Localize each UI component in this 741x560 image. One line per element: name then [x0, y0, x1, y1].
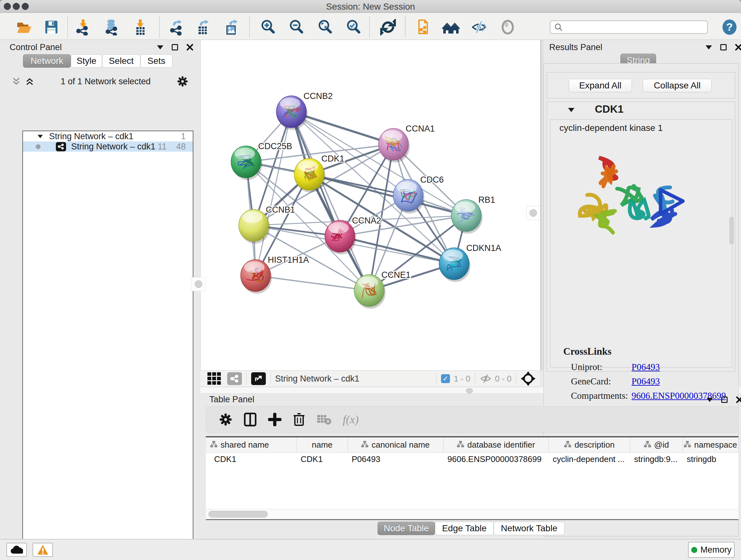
birds-eye-view-icon[interactable] [207, 372, 221, 385]
tab-node-table[interactable]: Node Table [378, 522, 435, 535]
open-in-new-window-icon[interactable] [251, 372, 266, 385]
table-cell: CDK1 [297, 453, 348, 465]
right-splitter-handle[interactable] [526, 206, 540, 220]
node-label-CDC6: CDC6 [420, 175, 444, 185]
column-header-shared-name[interactable]: shared name [206, 437, 297, 452]
delete-column-icon[interactable] [293, 413, 305, 427]
import-string-network-button[interactable] [414, 18, 432, 36]
protein-structure-image[interactable] [565, 139, 696, 265]
memory-button[interactable]: Memory [688, 542, 735, 558]
help-button[interactable]: ? [721, 18, 738, 36]
scrollbar-thumb[interactable] [208, 511, 268, 517]
main-toolbar: ? [0, 13, 741, 40]
collapse-all-chevron-icon[interactable] [11, 77, 21, 85]
panel-menu-icon[interactable] [706, 398, 713, 402]
edge-count: 48 [176, 142, 186, 152]
node-CDK1[interactable]: CDK1 [294, 154, 344, 192]
crosslink-value-link[interactable]: P06493 [631, 376, 660, 387]
table-options-gear-icon[interactable] [219, 413, 232, 426]
network-row-selected[interactable]: String Network – cdk1 11 48 [23, 141, 193, 152]
shared-column-icon [361, 440, 368, 450]
open-session-button[interactable] [15, 18, 32, 36]
add-column-icon[interactable] [268, 413, 281, 426]
tab-select[interactable]: Select [102, 54, 140, 68]
import-network-file-button[interactable] [74, 18, 92, 36]
apply-layout-button[interactable] [379, 18, 397, 36]
zoom-out-button[interactable] [287, 18, 306, 36]
string-home-button[interactable] [442, 18, 460, 36]
collapse-all-button[interactable]: Collapse All [643, 79, 712, 92]
edge-CCNA2-CDKN1A[interactable] [340, 236, 454, 264]
zoom-in-icon [260, 19, 276, 36]
crosslink-row: GeneCard:P06493 [571, 374, 731, 388]
tab-style[interactable]: Style [71, 54, 102, 68]
column-header-id[interactable]: @id [630, 437, 683, 452]
results-scrollbar-thumb[interactable] [730, 217, 734, 244]
panel-float-icon[interactable] [721, 396, 728, 403]
node-CDKN1A[interactable]: CDKN1A [439, 243, 501, 282]
entry-expander-icon[interactable] [568, 108, 575, 112]
tab-network-table[interactable]: Network Table [494, 522, 564, 535]
hide-glass-button[interactable] [470, 18, 488, 36]
node-RB1[interactable]: RB1 [451, 195, 495, 234]
network-canvas[interactable]: CCNB2CCNA1CDC25BCDK1CDC6RB1CCNB1CCNA2CDK… [200, 40, 540, 370]
tree-expander-icon[interactable] [38, 135, 43, 138]
edge-HIST1H1A-CCNE1[interactable] [256, 275, 369, 291]
column-header-name[interactable]: name [297, 437, 348, 452]
network-share-icon[interactable] [227, 372, 242, 385]
node-CCNA2[interactable]: CCNA2 [325, 216, 381, 254]
node-CCNE1[interactable]: CCNE1 [354, 270, 411, 309]
horizontal-splitter-handle[interactable] [466, 388, 473, 393]
zoom-fit-button[interactable] [316, 18, 334, 36]
tab-sets[interactable]: Sets [140, 54, 172, 68]
left-splitter-handle[interactable] [192, 277, 205, 291]
column-header-canonical-name[interactable]: canonical name [348, 437, 444, 452]
panel-float-icon[interactable] [172, 44, 178, 51]
zoom-selected-button[interactable] [345, 18, 362, 36]
tab-network[interactable]: Network [23, 54, 71, 68]
column-header-namespace[interactable]: namespace [683, 437, 738, 452]
eye-slash-icon [471, 19, 487, 36]
search-input[interactable] [562, 22, 703, 32]
export-image-button[interactable] [222, 18, 240, 36]
show-glass-button[interactable] [499, 18, 517, 36]
shared-column-icon [210, 440, 217, 450]
warning-status-button[interactable] [32, 543, 53, 557]
panel-menu-icon[interactable] [157, 45, 163, 50]
panel-menu-icon[interactable] [705, 45, 712, 50]
expand-all-chevron-icon[interactable] [25, 77, 35, 85]
node-HIST1H1A[interactable]: HIST1H1A [241, 255, 309, 294]
node-label-CCNB1: CCNB1 [266, 205, 295, 214]
export-table-button[interactable] [194, 18, 212, 36]
selected-node-edge-counts: 1 - 0 [454, 374, 470, 384]
tab-edge-table[interactable]: Edge Table [435, 522, 494, 535]
import-table-file-button[interactable] [131, 18, 149, 36]
toolbar-separator [369, 16, 370, 37]
expand-all-button[interactable]: Expand All [569, 79, 632, 92]
crosslink-value-link[interactable]: P06493 [631, 362, 660, 372]
footer-separator [270, 372, 271, 385]
panel-float-icon[interactable] [720, 44, 727, 51]
vertical-splitter[interactable] [541, 40, 543, 370]
cloud-icon [10, 545, 23, 554]
cloud-status-button[interactable] [6, 543, 27, 557]
table-row[interactable]: CDK1CDK1P064939606.ENSP00000378699cyclin… [206, 453, 738, 465]
panel-close-icon[interactable] [735, 44, 741, 51]
network-collection-row[interactable]: String Network – cdk1 1 [23, 131, 193, 141]
column-header-database-identifier[interactable]: database identifier [444, 437, 549, 452]
network-options-gear-icon[interactable] [177, 76, 188, 87]
column-label: name [312, 440, 333, 450]
export-network-button[interactable] [168, 18, 186, 36]
node-label-CCNE1: CCNE1 [381, 270, 411, 280]
zoom-in-button[interactable] [259, 18, 277, 36]
save-session-button[interactable] [42, 18, 60, 36]
panel-close-icon[interactable] [736, 396, 741, 403]
import-network-database-button[interactable] [103, 18, 121, 36]
panel-close-icon[interactable] [186, 44, 193, 51]
column-header-description[interactable]: description [549, 437, 630, 452]
table-horizontal-scrollbar[interactable] [206, 509, 738, 519]
pan-crosshair-icon[interactable] [521, 371, 536, 386]
selected-checkbox-icon[interactable]: ✓ [441, 374, 450, 383]
control-panel-title: Control Panel [10, 43, 62, 52]
show-columns-icon[interactable] [244, 413, 257, 427]
